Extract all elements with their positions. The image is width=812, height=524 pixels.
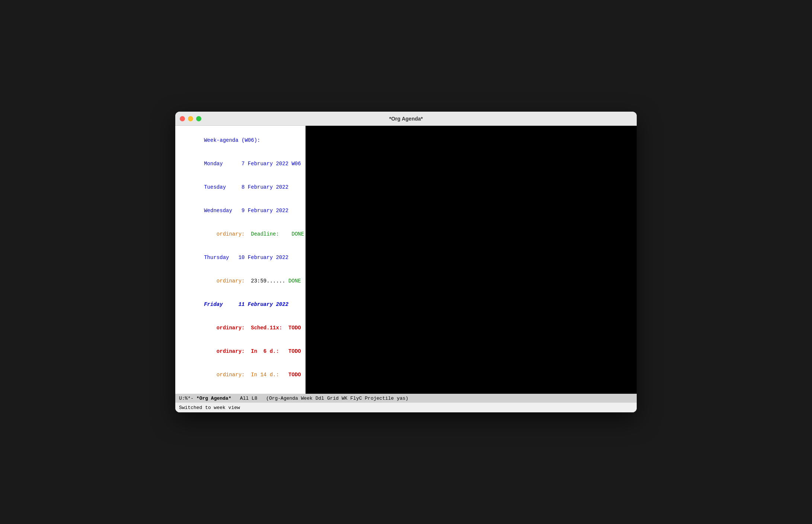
thursday-item-1: ordinary: 23:59...... DONE	[179, 269, 302, 293]
statusbar: U:%*- *Org Agenda* All L8 (Org-Agenda We…	[175, 394, 637, 403]
day-thursday: Thursday 10 February 2022	[179, 246, 302, 269]
day-wednesday: Wednesday 9 February 2022	[179, 199, 302, 223]
close-button[interactable]	[180, 116, 185, 121]
status-position: All L8	[240, 396, 258, 401]
wednesday-item-1: ordinary: Deadline: DONE	[179, 223, 302, 246]
content-area: Week-agenda (W06): Monday 7 February 202…	[175, 126, 637, 394]
window-title: *Org Agenda*	[389, 116, 423, 122]
maximize-button[interactable]	[196, 116, 201, 121]
friday-item-2: ordinary: In 6 d.: TODO	[179, 340, 302, 363]
minimize-button[interactable]	[188, 116, 193, 121]
echo-message: Switched to week view	[179, 405, 240, 410]
day-saturday: Saturday 12 February 2022	[179, 387, 302, 394]
traffic-lights	[180, 116, 201, 121]
black-pane	[306, 126, 637, 394]
friday-item-1: ordinary: Sched.11x: TODO	[179, 316, 302, 340]
friday-item-3: ordinary: In 14 d.: TODO	[179, 363, 302, 387]
day-friday: Friday 11 February 2022	[179, 293, 302, 316]
status-mode: U:%*-	[179, 396, 194, 401]
agenda-pane[interactable]: Week-agenda (W06): Monday 7 February 202…	[175, 126, 306, 394]
day-monday: Monday 7 February 2022 W06	[179, 152, 302, 176]
status-buffer: *Org Agenda*	[196, 396, 231, 401]
app-window: *Org Agenda* Week-agenda (W06): Monday 7…	[175, 112, 637, 412]
echo-area: Switched to week view	[175, 403, 637, 412]
status-modes: (Org-Agenda Week Ddl Grid WK FlyC Projec…	[266, 396, 408, 401]
agenda-header: Week-agenda (W06):	[179, 129, 302, 152]
day-tuesday: Tuesday 8 February 2022	[179, 176, 302, 199]
titlebar: *Org Agenda*	[175, 112, 637, 126]
